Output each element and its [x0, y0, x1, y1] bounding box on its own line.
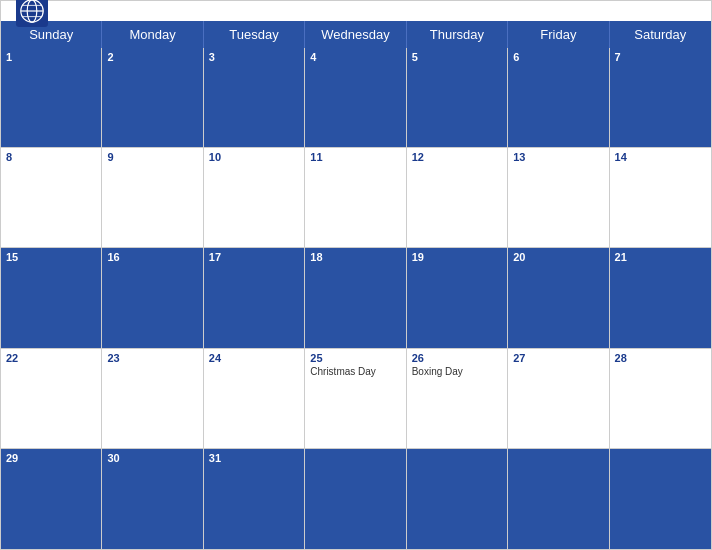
- day-number: 6: [513, 51, 603, 63]
- day-cell: [407, 449, 508, 549]
- day-header-wednesday: Wednesday: [305, 21, 406, 48]
- calendar-body: 1234567891011121314151617181920212223242…: [1, 48, 711, 549]
- day-header-monday: Monday: [102, 21, 203, 48]
- day-cell: 9: [102, 148, 203, 248]
- logo-icon: [16, 0, 48, 27]
- logo: [16, 0, 52, 27]
- day-header-thursday: Thursday: [407, 21, 508, 48]
- day-cell: 18: [305, 248, 406, 348]
- day-cell: 29: [1, 449, 102, 549]
- day-cell: 22: [1, 349, 102, 449]
- day-number: 16: [107, 251, 197, 263]
- event-label: Christmas Day: [310, 366, 400, 377]
- day-number: 18: [310, 251, 400, 263]
- day-cell: 24: [204, 349, 305, 449]
- day-cell: 20: [508, 248, 609, 348]
- day-number: 8: [6, 151, 96, 163]
- day-number: 14: [615, 151, 706, 163]
- day-cell: [610, 449, 711, 549]
- day-number: 2: [107, 51, 197, 63]
- day-number: 15: [6, 251, 96, 263]
- calendar-container: SundayMondayTuesdayWednesdayThursdayFrid…: [0, 0, 712, 550]
- day-cell: 11: [305, 148, 406, 248]
- day-number: 26: [412, 352, 502, 364]
- day-number: 10: [209, 151, 299, 163]
- day-cell: 2: [102, 48, 203, 148]
- day-cell: 14: [610, 148, 711, 248]
- day-number: 23: [107, 352, 197, 364]
- day-cell: 8: [1, 148, 102, 248]
- day-cell: 7: [610, 48, 711, 148]
- day-cell: 31: [204, 449, 305, 549]
- day-cell: 3: [204, 48, 305, 148]
- day-cell: 1: [1, 48, 102, 148]
- day-number: 1: [6, 51, 96, 63]
- day-number: 24: [209, 352, 299, 364]
- day-cell: 6: [508, 48, 609, 148]
- day-cell: 23: [102, 349, 203, 449]
- day-number: 20: [513, 251, 603, 263]
- event-label: Boxing Day: [412, 366, 502, 377]
- calendar-header: [1, 1, 711, 21]
- day-header-tuesday: Tuesday: [204, 21, 305, 48]
- day-number: 17: [209, 251, 299, 263]
- day-cell: 17: [204, 248, 305, 348]
- calendar-week-2: 891011121314: [1, 148, 711, 248]
- day-header-saturday: Saturday: [610, 21, 711, 48]
- day-cell: 21: [610, 248, 711, 348]
- day-cell: [305, 449, 406, 549]
- day-cell: 19: [407, 248, 508, 348]
- day-number: 28: [615, 352, 706, 364]
- calendar-week-5: 293031: [1, 449, 711, 549]
- day-cell: 27: [508, 349, 609, 449]
- day-number: 9: [107, 151, 197, 163]
- day-cell: 12: [407, 148, 508, 248]
- day-cell: 26Boxing Day: [407, 349, 508, 449]
- day-number: 11: [310, 151, 400, 163]
- day-cell: [508, 449, 609, 549]
- day-number: 31: [209, 452, 299, 464]
- day-number: 21: [615, 251, 706, 263]
- day-number: 3: [209, 51, 299, 63]
- day-number: 25: [310, 352, 400, 364]
- day-number: 12: [412, 151, 502, 163]
- day-cell: 5: [407, 48, 508, 148]
- day-number: 30: [107, 452, 197, 464]
- day-cell: 10: [204, 148, 305, 248]
- day-cell: 16: [102, 248, 203, 348]
- day-number: 7: [615, 51, 706, 63]
- day-header-friday: Friday: [508, 21, 609, 48]
- day-cell: 30: [102, 449, 203, 549]
- day-cell: 28: [610, 349, 711, 449]
- day-cell: 4: [305, 48, 406, 148]
- day-cell: 25Christmas Day: [305, 349, 406, 449]
- day-number: 5: [412, 51, 502, 63]
- calendar-week-4: 22232425Christmas Day26Boxing Day2728: [1, 349, 711, 449]
- day-headers-row: SundayMondayTuesdayWednesdayThursdayFrid…: [1, 21, 711, 48]
- day-cell: 15: [1, 248, 102, 348]
- calendar-week-3: 15161718192021: [1, 248, 711, 348]
- day-number: 22: [6, 352, 96, 364]
- day-number: 4: [310, 51, 400, 63]
- day-number: 13: [513, 151, 603, 163]
- day-cell: 13: [508, 148, 609, 248]
- day-number: 29: [6, 452, 96, 464]
- day-number: 19: [412, 251, 502, 263]
- calendar-week-1: 1234567: [1, 48, 711, 148]
- day-number: 27: [513, 352, 603, 364]
